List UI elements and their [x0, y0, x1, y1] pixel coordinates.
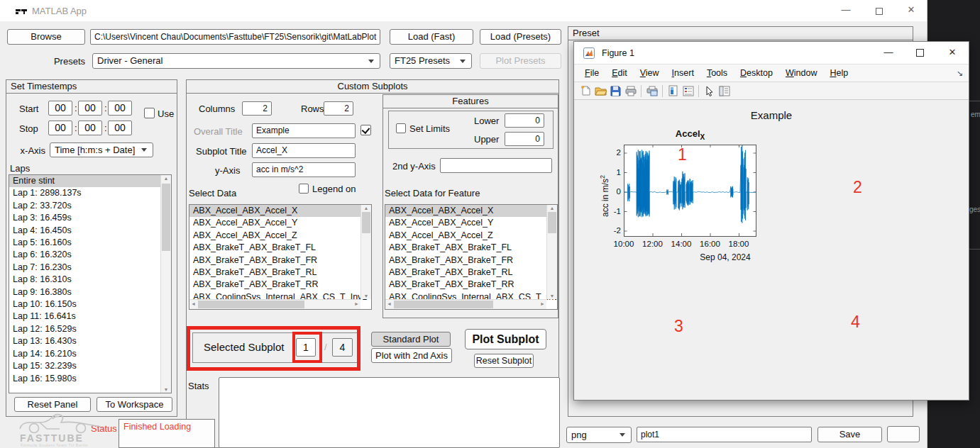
new-figure-icon[interactable] [578, 84, 593, 98]
feature-scrollbar-vertical[interactable]: ▲ ▼ [546, 205, 557, 299]
lap-item[interactable]: Entire stint [9, 175, 160, 187]
standard-plot-button[interactable]: Standard Plot [371, 332, 451, 347]
dock-arrow-icon[interactable]: ↘ [957, 69, 963, 78]
feature-channel-item[interactable]: ABX_BrakeT_ABX_BrakeT_FR [385, 254, 546, 267]
open-file-icon[interactable] [593, 84, 608, 98]
menu-tools[interactable]: Tools [700, 66, 734, 80]
figure-close-button[interactable]: ✕ [940, 47, 964, 57]
feature-channel-item[interactable]: ABX_BrakeT_ABX_BrakeT_RR [385, 279, 546, 291]
lap-item[interactable]: Lap 7: 16.230s [9, 262, 160, 274]
reset-subplot-button[interactable]: Reset Subplot [474, 354, 534, 368]
lap-item[interactable]: Lap 4: 16.450s [9, 225, 160, 237]
partial-button[interactable] [887, 426, 920, 442]
ft25-presets-dropdown[interactable]: FT25 Presets [390, 53, 472, 69]
lap-item[interactable]: Lap 16: 15.980s [9, 373, 160, 385]
feature-channel-item[interactable]: ABX_BrakeT_ABX_BrakeT_FL [385, 242, 546, 254]
menu-view[interactable]: View [634, 66, 666, 80]
yaxis-field[interactable]: acc in m/s^2 [252, 162, 356, 177]
maximize-button[interactable] [869, 6, 889, 17]
scroll-down-icon[interactable]: ▼ [361, 293, 371, 298]
path-input[interactable]: C:\Users\Vincent Chau\Documents\Fasttube… [90, 29, 380, 45]
plot-with-2nd-axis-button[interactable]: Plot with 2nd Axis [371, 348, 452, 363]
scrollbar-thumb[interactable] [548, 212, 556, 233]
menu-file[interactable]: File [578, 66, 605, 80]
scroll-right-icon[interactable]: ► [540, 301, 545, 306]
stats-textarea[interactable] [219, 377, 560, 448]
feature-channel-item[interactable]: ABX_Accel_ABX_Accel_Z [385, 230, 546, 242]
data-channel-item[interactable]: ABX_Accel_ABX_Accel_X [189, 205, 360, 217]
stop-second-field[interactable]: 00 [108, 121, 132, 135]
scroll-up-icon[interactable]: ▲ [161, 176, 171, 181]
insert-legend-icon[interactable] [681, 84, 695, 98]
scroll-up-icon[interactable]: ▲ [547, 206, 557, 211]
scroll-left-icon[interactable]: ◄ [191, 301, 196, 306]
select-data-feature-listbox[interactable]: ABX_Accel_ABX_Accel_XABX_Accel_ABX_Accel… [385, 204, 558, 310]
start-minute-field[interactable]: 00 [78, 101, 102, 116]
scroll-right-icon[interactable]: ► [354, 301, 359, 306]
plot-subplot-button[interactable]: Plot Subplot [465, 329, 546, 349]
load-fast-button[interactable]: Load (Fast) [390, 29, 473, 45]
feature-channel-item[interactable]: ABX_Accel_ABX_Accel_Y [385, 217, 546, 229]
xaxis-dropdown[interactable]: Time [h:m:s + Date] [50, 142, 153, 157]
load-presets-button[interactable]: Load (Presets) [480, 29, 561, 45]
scroll-up-icon[interactable]: ▲ [361, 206, 371, 211]
data-channel-item[interactable]: ABX_BrakeT_ABX_BrakeT_FR [189, 254, 360, 267]
lap-item[interactable]: Lap 1: 2898.137s [9, 187, 160, 199]
scroll-left-icon[interactable]: ◄ [387, 301, 392, 306]
save-button[interactable]: Save [817, 427, 882, 442]
lap-item[interactable]: Lap 8: 16.310s [9, 274, 160, 286]
data-channel-item[interactable]: ABX_Accel_ABX_Accel_Z [189, 230, 360, 242]
menu-help[interactable]: Help [823, 66, 854, 80]
save-figure-icon[interactable] [608, 84, 623, 98]
laps-scrollbar[interactable]: ▲ ▼ [160, 175, 171, 393]
feature-scrollbar-horizontal[interactable]: ◄ ► [385, 299, 546, 309]
subplot-number-field[interactable]: 1 [296, 338, 316, 357]
close-button[interactable]: ✕ [901, 4, 921, 15]
presets-dropdown[interactable]: Driver - General [92, 53, 380, 69]
print-figure-icon[interactable] [623, 84, 638, 98]
select-data-listbox[interactable]: ABX_Accel_ABX_Accel_XABX_Accel_ABX_Accel… [189, 204, 372, 310]
laps-listbox[interactable]: Entire stintLap 1: 2898.137sLap 2: 33.72… [9, 174, 172, 393]
data-channel-item[interactable]: ABX_BrakeT_ABX_BrakeT_FL [189, 242, 360, 254]
stop-hour-field[interactable]: 00 [48, 121, 72, 135]
data-channel-item[interactable]: ABX_BrakeT_ABX_BrakeT_RR [189, 279, 360, 291]
scroll-down-icon[interactable]: ▼ [161, 387, 171, 392]
overall-title-checkbox[interactable] [360, 125, 371, 135]
menu-window[interactable]: Window [779, 66, 823, 80]
figure-maximize-button[interactable] [908, 48, 932, 59]
lap-item[interactable]: Lap 12: 16.529s [9, 323, 160, 335]
start-second-field[interactable]: 00 [108, 101, 132, 116]
menu-edit[interactable]: Edit [605, 66, 634, 80]
print-preview-icon[interactable] [644, 84, 659, 98]
to-workspace-button[interactable]: To Workspace [97, 397, 172, 412]
plot-presets-button[interactable]: Plot Presets [480, 53, 561, 69]
rows-field[interactable]: 2 [324, 101, 353, 116]
scrollbar-thumb[interactable] [162, 184, 170, 251]
use-checkbox[interactable] [144, 108, 155, 118]
second-yaxis-field[interactable] [440, 158, 552, 173]
legend-checkbox[interactable] [299, 184, 309, 194]
lap-item[interactable]: Lap 6: 16.320s [9, 249, 160, 261]
start-hour-field[interactable]: 00 [48, 101, 72, 116]
figure-minimize-button[interactable]: — [876, 47, 901, 57]
data-channel-item[interactable]: ABX_BrakeT_ABX_BrakeT_RL [189, 267, 360, 279]
scrollbar-thumb[interactable] [198, 301, 304, 308]
upper-field[interactable]: 0 [505, 132, 544, 146]
feature-channel-item[interactable]: ABX_Accel_ABX_Accel_X [385, 205, 546, 217]
columns-field[interactable]: 2 [242, 101, 272, 116]
lap-item[interactable]: Lap 2: 33.720s [9, 200, 160, 212]
minimize-button[interactable]: — [836, 4, 856, 15]
lower-field[interactable]: 0 [505, 113, 544, 128]
data-scrollbar-vertical[interactable]: ▲ ▼ [360, 205, 371, 299]
set-limits-checkbox[interactable] [396, 123, 406, 133]
lap-item[interactable]: Lap 14: 16.210s [9, 348, 160, 360]
lap-item[interactable]: Lap 10: 16.150s [9, 298, 160, 310]
property-inspector-icon[interactable] [717, 84, 732, 98]
data-channel-item[interactable]: ABX_Accel_ABX_Accel_Y [189, 217, 360, 229]
lap-item[interactable]: Lap 5: 16.160s [9, 237, 160, 249]
stop-minute-field[interactable]: 00 [78, 121, 102, 135]
subplot-title-field[interactable]: Accel_X [252, 143, 356, 158]
lap-item[interactable]: Lap 15: 32.239s [9, 360, 160, 372]
overall-title-field[interactable]: Example [252, 123, 356, 138]
scrollbar-thumb[interactable] [394, 301, 493, 308]
